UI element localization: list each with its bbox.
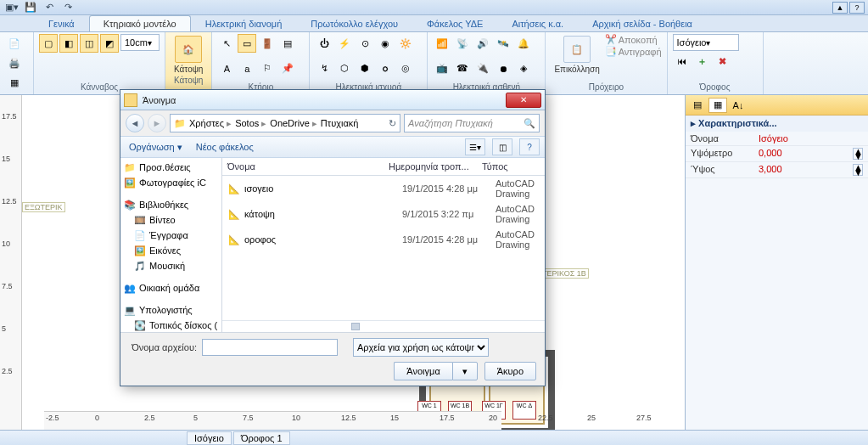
- file-list-scrollbar[interactable]: [222, 320, 545, 332]
- tree-item[interactable]: 🖼️Φωτογραφίες iC: [120, 175, 221, 190]
- strong2-icon[interactable]: ⚡: [335, 34, 354, 53]
- strong1-icon[interactable]: ⏻: [315, 34, 333, 53]
- help-button[interactable]: ?: [849, 2, 865, 14]
- tab-requests[interactable]: Αιτήσεις κ.α.: [497, 15, 578, 31]
- prop-view1-icon[interactable]: ▤: [688, 98, 707, 113]
- tree-item-computer[interactable]: 💻Υπολογιστής: [120, 302, 221, 318]
- spinner[interactable]: ▲▼: [853, 148, 863, 160]
- tree-item-video[interactable]: 🎞️Βίντεο: [120, 212, 221, 228]
- strong4-icon[interactable]: ◉: [376, 34, 395, 53]
- tree-item-music[interactable]: 🎵Μουσική: [120, 258, 221, 273]
- organize-button[interactable]: Οργάνωση ▾: [126, 140, 186, 155]
- nav-tree[interactable]: 📁Προσ.θέσεις 🖼️Φωτογραφίες iC 📚Βιβλιοθήκ…: [120, 158, 222, 332]
- door-icon[interactable]: 🚪: [258, 34, 277, 53]
- file-list-header[interactable]: Όνομα Ημερομηνία τροπ... Τύπος: [222, 158, 545, 176]
- paste-button[interactable]: 📋 Επικόλληση: [551, 34, 602, 76]
- weak8-icon[interactable]: 🔌: [473, 59, 492, 78]
- weak7-icon[interactable]: ☎: [453, 59, 472, 78]
- prop-row-height[interactable]: Ύψος 3,000 ▲▼: [686, 162, 868, 178]
- tab-protocol[interactable]: Πρωτόκολλο ελέγχου: [296, 15, 412, 31]
- bg4-icon[interactable]: ◩: [100, 34, 119, 53]
- weak2-icon[interactable]: 📡: [453, 34, 472, 53]
- bg2-icon[interactable]: ◧: [59, 34, 78, 53]
- col-name[interactable]: Όνομα: [227, 161, 389, 172]
- breadcrumb[interactable]: Χρήστες: [189, 118, 232, 129]
- tab-building-model[interactable]: Κτηριακό μοντέλο: [89, 15, 191, 31]
- weak5-icon[interactable]: 🔔: [514, 34, 533, 53]
- refresh-icon[interactable]: ↻: [389, 118, 396, 129]
- new-icon[interactable]: 📄: [5, 34, 24, 53]
- cancel-button[interactable]: Άκυρο: [484, 362, 536, 380]
- open-button[interactable]: Άνοιγμα: [394, 362, 451, 380]
- dialog-close-button[interactable]: ✕: [506, 93, 541, 108]
- file-filter-dropdown[interactable]: Αρχεία για χρήση ως κάτοψη: [353, 338, 489, 357]
- app-menu-button[interactable]: ▣▾: [3, 2, 20, 14]
- floor-add-icon[interactable]: ＋: [693, 52, 712, 70]
- wall-icon[interactable]: ▭: [238, 34, 256, 53]
- breadcrumb[interactable]: Sotos: [235, 118, 266, 129]
- strong8-icon[interactable]: ⬢: [356, 59, 374, 78]
- tab-general[interactable]: Γενικά: [34, 15, 89, 31]
- strong10-icon[interactable]: ◎: [396, 59, 415, 78]
- prop-row-name[interactable]: Όνομα Ισόγειο: [686, 132, 868, 146]
- prop-row-elevation[interactable]: Υψόμετρο 0,000 ▲▼: [686, 146, 868, 162]
- sheet-tab-ground[interactable]: Ισόγειο: [187, 431, 232, 445]
- new-folder-button[interactable]: Νέος φάκελος: [193, 140, 257, 154]
- sheet-tab-floor1[interactable]: Όροφος 1: [233, 431, 290, 445]
- floor-delete-icon[interactable]: ✖: [714, 52, 732, 70]
- weak4-icon[interactable]: 🛰️: [494, 34, 512, 53]
- file-row[interactable]: 📐 κάτοψη 9/1/2015 3:22 πμ AutoCAD Drawin…: [222, 201, 545, 227]
- col-type[interactable]: Τύπος: [482, 161, 540, 172]
- qat-redo-icon[interactable]: ↷: [59, 2, 76, 14]
- file-row[interactable]: 📐 οροφος 19/1/2015 4:28 μμ AutoCAD Drawi…: [222, 227, 545, 252]
- file-row[interactable]: 📐 ισογειο 19/1/2015 4:28 μμ AutoCAD Draw…: [222, 176, 545, 201]
- pin-icon[interactable]: 📌: [278, 59, 297, 78]
- tree-item[interactable]: 📁Προσ.θέσεις: [120, 160, 221, 175]
- prop-sort-icon[interactable]: A↓: [729, 98, 748, 113]
- bg3-icon[interactable]: ◫: [80, 34, 98, 53]
- filename-input[interactable]: [202, 339, 338, 356]
- search-input[interactable]: Αναζήτηση Πτυχιακή 🔍: [404, 114, 540, 132]
- qat-undo-icon[interactable]: ↶: [41, 2, 58, 14]
- cursor-icon[interactable]: ↖: [217, 34, 236, 53]
- cut-button[interactable]: ✂️Αποκοπή: [605, 34, 662, 45]
- weak3-icon[interactable]: 🔊: [473, 34, 492, 53]
- floor-dropdown[interactable]: Ισόγειο ▾: [673, 34, 739, 51]
- tab-electrical-dist[interactable]: Ηλεκτρική διανομή: [191, 15, 297, 31]
- breadcrumb[interactable]: OneDrive: [270, 118, 317, 129]
- text-a-icon[interactable]: A: [217, 59, 236, 78]
- strong9-icon[interactable]: ⭘: [376, 59, 395, 78]
- open-button-split[interactable]: Άνοιγμα ▾: [394, 362, 477, 380]
- tab-home-help[interactable]: Αρχική σελίδα - Βοήθεια: [578, 15, 707, 31]
- help-icon[interactable]: ▲: [832, 2, 848, 14]
- floorplan-button[interactable]: 🏠 Κάτοψη: [171, 34, 206, 76]
- floor-prev-icon[interactable]: ⏮: [673, 52, 692, 70]
- view-mode-button[interactable]: ☰▾: [465, 138, 485, 155]
- copy-button[interactable]: 📑Αντιγραφή: [605, 46, 662, 57]
- flag-icon[interactable]: ⚐: [258, 59, 277, 78]
- qat-save-icon[interactable]: 💾: [22, 2, 39, 14]
- open-dropdown-button[interactable]: ▾: [452, 362, 478, 380]
- prop-view2-icon[interactable]: ▦: [708, 98, 727, 113]
- preview-pane-button[interactable]: ◫: [492, 138, 512, 155]
- nav-back-button[interactable]: ◄: [126, 114, 144, 132]
- strong3-icon[interactable]: ⊙: [356, 34, 374, 53]
- spinner[interactable]: ▲▼: [853, 164, 863, 176]
- strong6-icon[interactable]: ↯: [315, 59, 333, 78]
- print-icon[interactable]: 🖨️: [5, 54, 24, 72]
- bg1-icon[interactable]: ▢: [39, 34, 58, 53]
- tree-item-localdisk[interactable]: 💽Τοπικός δίσκος (: [120, 318, 221, 332]
- text-small-a-icon[interactable]: a: [238, 59, 256, 78]
- grid-size-dropdown[interactable]: 10cm ▾: [120, 34, 160, 51]
- tree-item-libraries[interactable]: 📚Βιβλιοθήκες: [120, 197, 221, 212]
- col-date[interactable]: Ημερομηνία τροπ...: [389, 161, 482, 172]
- weak10-icon[interactable]: ◈: [514, 59, 533, 78]
- window-icon[interactable]: ▤: [278, 34, 297, 53]
- nav-forward-button[interactable]: ►: [148, 114, 166, 132]
- weak6-icon[interactable]: 📺: [433, 59, 451, 78]
- tree-item-homegroup[interactable]: 👥Οικιακή ομάδα: [120, 280, 221, 296]
- strong5-icon[interactable]: 🔆: [396, 34, 415, 53]
- address-bar[interactable]: 📁 Χρήστες Sotos OneDrive Πτυχιακή ↻: [170, 114, 400, 132]
- dialog-help-button[interactable]: ?: [519, 138, 540, 155]
- grid-icon[interactable]: ▦: [5, 73, 24, 92]
